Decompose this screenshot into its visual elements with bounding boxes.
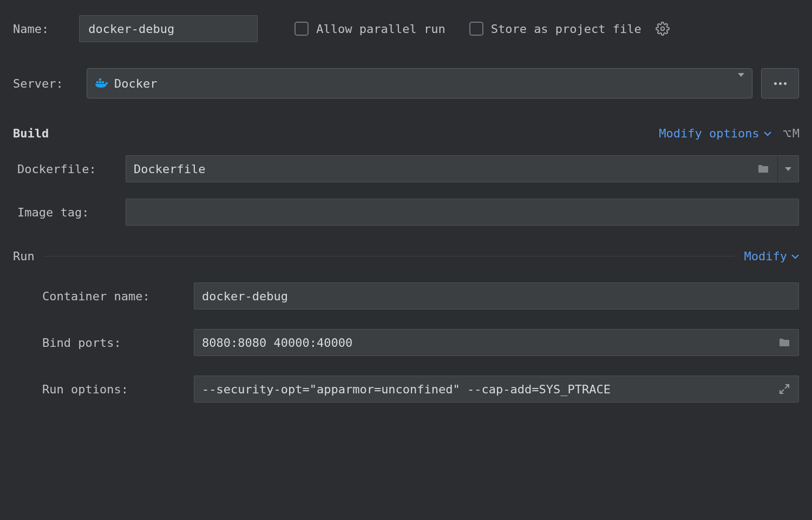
run-section-title: Run — [13, 249, 35, 263]
run-options-input-wrapper — [194, 376, 799, 403]
server-value: Docker — [114, 77, 157, 90]
store-project-checkbox[interactable] — [469, 22, 483, 36]
run-divider — [44, 256, 735, 256]
container-name-label: Container name: — [42, 289, 194, 303]
build-modify-label: Modify options — [659, 127, 759, 140]
dockerfile-input[interactable] — [134, 162, 757, 176]
image-tag-input-wrapper — [126, 199, 799, 226]
bind-ports-label: Bind ports: — [42, 336, 194, 350]
svg-point-0 — [661, 27, 665, 31]
run-modify-link[interactable]: Modify — [744, 249, 799, 263]
bind-ports-input-wrapper — [194, 329, 799, 356]
run-options-input[interactable] — [202, 383, 778, 396]
option-key-icon — [782, 129, 792, 139]
build-modify-shortcut: M — [782, 127, 799, 140]
store-project-label: Store as project file — [491, 22, 641, 36]
run-options-label: Run options: — [42, 383, 194, 396]
folder-icon[interactable] — [757, 162, 770, 175]
svg-rect-3 — [102, 81, 104, 83]
allow-parallel-checkbox[interactable] — [294, 22, 309, 36]
server-select[interactable]: Docker — [87, 68, 752, 98]
dockerfile-label: Dockerfile: — [17, 162, 126, 176]
folder-icon[interactable] — [778, 336, 791, 349]
image-tag-label: Image tag: — [17, 206, 126, 219]
chevron-down-icon — [785, 167, 791, 171]
name-input[interactable] — [79, 15, 258, 42]
svg-rect-1 — [96, 81, 99, 83]
name-label: Name: — [13, 22, 49, 36]
chevron-down-icon — [791, 254, 799, 259]
build-modify-options-link[interactable]: Modify options — [659, 127, 771, 140]
gear-icon[interactable] — [656, 22, 670, 36]
allow-parallel-label: Allow parallel run — [316, 22, 445, 36]
server-label: Server: — [13, 77, 78, 90]
expand-icon[interactable] — [778, 383, 791, 396]
image-tag-input[interactable] — [134, 206, 791, 219]
container-name-input-wrapper — [194, 282, 799, 310]
run-modify-label: Modify — [744, 249, 787, 263]
chevron-down-icon — [764, 131, 771, 136]
build-section-title: Build — [13, 127, 49, 140]
svg-rect-4 — [99, 78, 101, 81]
server-more-button[interactable] — [761, 68, 799, 98]
bind-ports-input[interactable] — [202, 336, 778, 350]
chevron-down-icon — [738, 77, 744, 90]
svg-rect-2 — [99, 81, 101, 83]
dockerfile-dropdown-button[interactable] — [777, 155, 799, 182]
store-project-group[interactable]: Store as project file — [469, 22, 641, 36]
allow-parallel-group[interactable]: Allow parallel run — [294, 22, 445, 36]
docker-icon — [95, 77, 109, 90]
container-name-input[interactable] — [202, 289, 791, 303]
dockerfile-input-wrapper — [126, 155, 777, 182]
